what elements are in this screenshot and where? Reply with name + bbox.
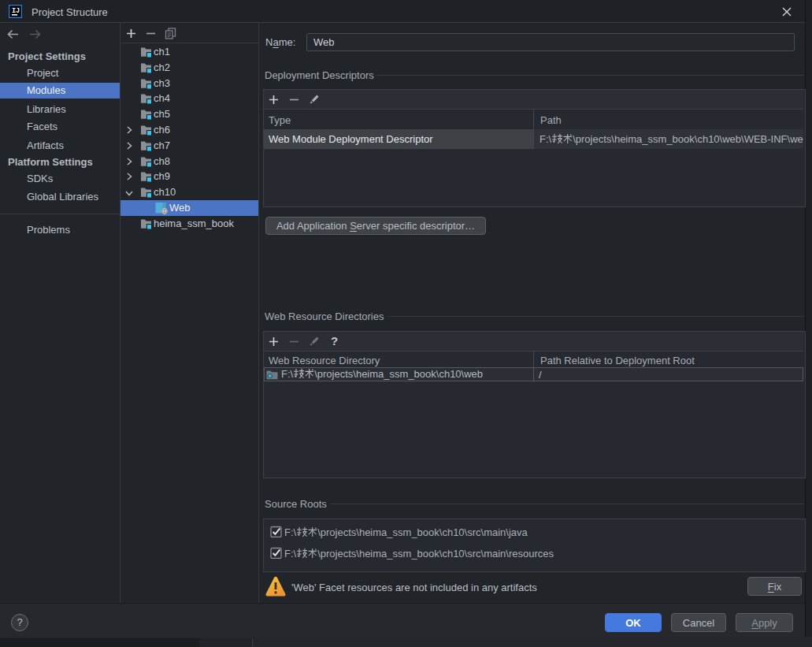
svg-text:IJ: IJ (12, 7, 20, 15)
